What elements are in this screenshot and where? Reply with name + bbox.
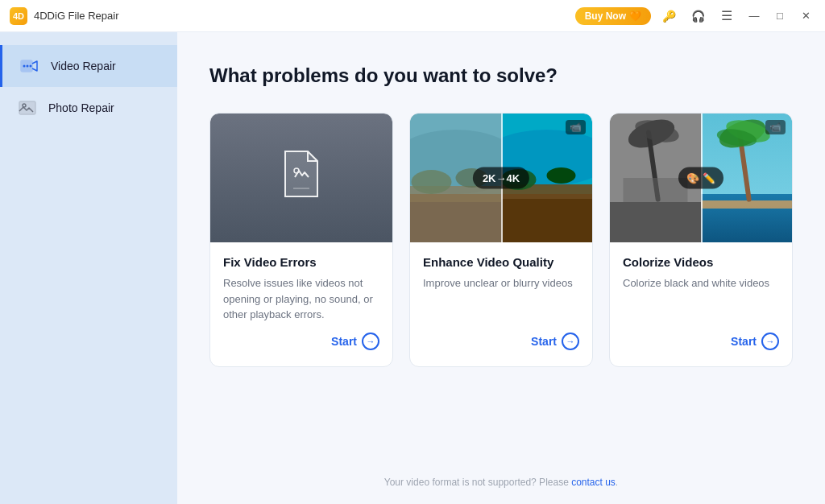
- svg-rect-25: [624, 178, 688, 202]
- content-area: What problems do you want to solve?: [177, 32, 825, 504]
- colorize-videos-title: Colorize Videos: [623, 255, 779, 269]
- fix-video-errors-start-button[interactable]: Start →: [223, 333, 379, 350]
- colorize-videos-desc: Colorize black and white videos: [623, 275, 779, 323]
- colorize-videos-preview: 🎨 ✏️ 📹: [610, 114, 792, 242]
- video-repair-icon: [19, 55, 41, 77]
- svg-rect-21: [610, 202, 701, 242]
- colorize-start-label: Start: [731, 335, 757, 348]
- video-camera-icon: 📹: [566, 120, 586, 134]
- enhance-start-label: Start: [531, 335, 557, 348]
- heart-icon: 🧡: [629, 10, 641, 22]
- fix-video-errors-footer: Start →: [210, 323, 392, 350]
- enhance-video-quality-title: Enhance Video Quality: [423, 255, 579, 269]
- footer-end: .: [616, 477, 618, 488]
- fix-video-errors-body: Fix Video Errors Resolve issues like vid…: [210, 242, 392, 323]
- enhance-video-quality-footer: Start →: [410, 323, 592, 350]
- fix-video-errors-card[interactable]: Fix Video Errors Resolve issues like vid…: [209, 113, 393, 367]
- svg-point-12: [412, 170, 452, 194]
- sidebar-item-video-repair[interactable]: Video Repair: [0, 45, 177, 87]
- app-title: 4DDiG File Repair: [34, 10, 575, 22]
- fix-video-errors-title: Fix Video Errors: [223, 255, 379, 269]
- broken-file-icon: [279, 148, 324, 209]
- headset-icon[interactable]: 🎧: [686, 5, 709, 27]
- buy-now-button[interactable]: Buy Now 🧡: [575, 7, 651, 25]
- colorize-videos-card[interactable]: 🎨 ✏️ 📹 Colorize Videos Colorize black an…: [609, 113, 793, 367]
- app-logo: 4D: [10, 7, 27, 25]
- svg-point-1: [23, 65, 26, 68]
- maximize-button[interactable]: □: [770, 6, 790, 26]
- minimize-button[interactable]: —: [744, 6, 764, 26]
- colorize-badge: 🎨 ✏️: [678, 167, 723, 189]
- enhance-video-quality-start-button[interactable]: Start →: [423, 333, 579, 350]
- titlebar-actions: Buy Now 🧡 🔑 🎧 ☰ — □ ✕: [575, 5, 815, 27]
- enhance-badge: 2K→4K: [473, 167, 529, 189]
- enhance-video-quality-preview: 2K→4K 📹: [410, 114, 592, 242]
- enhance-video-quality-card[interactable]: 2K→4K 📹 Enhance Video Quality Improve un…: [409, 113, 593, 367]
- contact-us-link[interactable]: contact us: [571, 477, 616, 488]
- key-icon[interactable]: 🔑: [657, 5, 680, 27]
- fix-video-errors-desc: Resolve issues like videos not opening o…: [223, 275, 379, 323]
- page-title: What problems do you want to solve?: [209, 64, 793, 87]
- enhance-video-quality-body: Enhance Video Quality Improve unclear or…: [410, 242, 592, 323]
- sidebar: Video Repair Photo Repair: [0, 32, 177, 504]
- video-camera-icon-colorize: 📹: [765, 120, 786, 134]
- titlebar: 4D 4DDiG File Repair Buy Now 🧡 🔑 🎧 ☰ — □…: [0, 0, 825, 32]
- buy-now-label: Buy Now: [585, 10, 626, 22]
- svg-point-3: [30, 65, 32, 68]
- start-arrow-circle: →: [362, 333, 379, 350]
- colorize-videos-footer: Start →: [610, 323, 792, 350]
- colorize-videos-body: Colorize Videos Colorize black and white…: [610, 242, 792, 323]
- menu-icon[interactable]: ☰: [715, 5, 738, 27]
- close-button[interactable]: ✕: [796, 6, 815, 26]
- enhance-video-quality-desc: Improve unclear or blurry videos: [423, 275, 579, 323]
- sidebar-item-photo-repair[interactable]: Photo Repair: [0, 87, 177, 129]
- photo-repair-label: Photo Repair: [48, 101, 114, 114]
- photo-repair-icon: [16, 97, 39, 119]
- cards-container: Fix Video Errors Resolve issues like vid…: [209, 113, 793, 367]
- colorize-videos-start-button[interactable]: Start →: [623, 333, 779, 350]
- video-repair-label: Video Repair: [51, 60, 116, 72]
- svg-point-2: [27, 65, 29, 68]
- svg-rect-28: [701, 200, 792, 209]
- footer-note: Your video format is not supported? Plea…: [209, 477, 793, 488]
- fix-video-errors-preview: [210, 114, 392, 242]
- svg-rect-16: [501, 194, 592, 242]
- footer-note-text: Your video format is not supported? Plea…: [384, 477, 571, 488]
- start-arrow-circle-2: →: [562, 333, 579, 350]
- palette-icon: 🎨: [686, 172, 699, 184]
- main-layout: Video Repair Photo Repair What problems …: [0, 32, 825, 504]
- brush-icon: ✏️: [703, 172, 715, 184]
- fix-video-errors-start-label: Start: [331, 335, 357, 348]
- start-arrow-circle-3: →: [761, 333, 779, 350]
- svg-point-19: [547, 167, 576, 184]
